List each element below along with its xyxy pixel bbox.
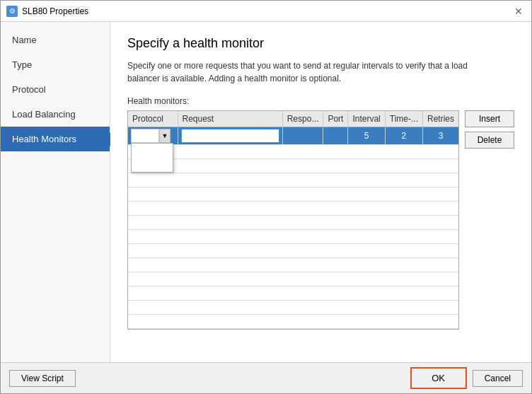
bottom-right: OK Cancel [410,367,523,389]
view-script-button[interactable]: View Script [9,370,76,387]
retries-cell[interactable]: 3 [422,127,458,145]
interval-cell[interactable]: 5 [348,127,385,145]
empty-row-13 [128,315,458,329]
port-cell[interactable] [323,127,348,145]
protocol-cell: ▼ Http Tcp [128,127,178,145]
empty-row-11 [128,286,458,301]
protocol-dropdown: Http Tcp [131,143,173,173]
content-panel: Specify a health monitor Specify one or … [110,22,531,362]
empty-row-2 [128,159,458,173]
window-title: SLB80 Properties [22,6,88,16]
sidebar-item-name[interactable]: Name [1,28,110,52]
dropdown-option-tcp[interactable]: Tcp [132,158,173,172]
monitors-table: Protocol Request Respo... Port Interval … [128,111,458,329]
bottom-bar: View Script OK Cancel [1,362,531,393]
empty-row-4 [128,187,458,202]
page-title: Specify a health monitor [127,36,514,51]
page-description: Specify one or more requests that you wa… [127,59,481,85]
close-button[interactable]: ✕ [511,4,526,18]
protocol-dropdown-btn[interactable]: ▼ [159,129,170,143]
sidebar-item-health-monitors[interactable]: Health Monitors [1,127,110,151]
empty-row-8 [128,244,458,258]
bottom-left: View Script [9,370,76,387]
empty-row-5 [128,202,458,216]
col-header-port: Port [323,111,348,127]
main-content: Name Type Protocol Load Balancing Health… [1,22,531,362]
empty-row-6 [128,216,458,230]
cancel-button[interactable]: Cancel [473,370,523,387]
empty-row-7 [128,230,458,244]
empty-row-3 [128,173,458,187]
title-bar: ⚙ SLB80 Properties ✕ [1,1,531,22]
delete-button[interactable]: Delete [465,132,514,149]
empty-row-9 [128,258,458,272]
title-bar-left: ⚙ SLB80 Properties [6,6,88,17]
col-header-retries: Retries [422,111,458,127]
col-header-interval: Interval [348,111,385,127]
sidebar-item-load-balancing[interactable]: Load Balancing [1,102,110,127]
empty-row-1 [128,145,458,159]
sidebar-item-protocol[interactable]: Protocol [1,77,110,102]
col-header-protocol: Protocol [128,111,178,127]
action-buttons: Insert Delete [465,110,514,149]
empty-row-10 [128,272,458,286]
col-header-request: Request [178,111,282,127]
table-row: ▼ Http Tcp [128,127,458,145]
col-header-timeout: Time-... [385,111,422,127]
response-cell[interactable] [282,127,323,145]
empty-row-12 [128,301,458,315]
protocol-input[interactable] [131,129,159,143]
section-label: Health monitors: [127,96,514,106]
request-cell [178,127,282,145]
window-icon: ⚙ [6,6,18,17]
ok-button[interactable]: OK [410,367,467,389]
sidebar: Name Type Protocol Load Balancing Health… [1,22,110,362]
main-window: ⚙ SLB80 Properties ✕ Name Type Protocol … [0,0,532,394]
timeout-cell[interactable]: 2 [385,127,422,145]
request-input[interactable] [181,129,279,143]
sidebar-item-type[interactable]: Type [1,52,110,77]
insert-button[interactable]: Insert [465,110,514,127]
col-header-response: Respo... [282,111,323,127]
dropdown-option-http[interactable]: Http [132,144,173,158]
